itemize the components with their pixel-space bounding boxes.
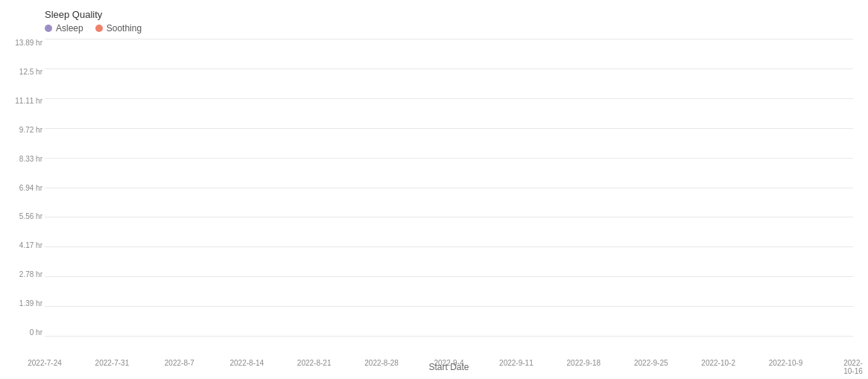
y-label: 12.5 hr	[4, 69, 42, 76]
chart-title: Sleep Quality	[45, 9, 853, 20]
y-label: 4.17 hr	[4, 242, 42, 249]
chart-container: Sleep Quality Asleep Soothing 0 hr1.39 h…	[0, 0, 868, 379]
asleep-label: Asleep	[56, 23, 83, 34]
y-label: 11.11 hr	[4, 98, 42, 105]
soothing-dot	[95, 25, 103, 32]
y-label: 8.33 hr	[4, 156, 42, 163]
y-label: 5.56 hr	[4, 213, 42, 220]
x-axis-title: Start Date	[45, 362, 853, 372]
y-label: 1.39 hr	[4, 300, 42, 308]
y-axis: 0 hr1.39 hr2.78 hr4.17 hr5.56 hr6.94 hr8…	[4, 39, 42, 337]
bars-area	[45, 39, 853, 337]
y-label: 13.89 hr	[4, 39, 42, 47]
legend-soothing: Soothing	[95, 23, 142, 34]
legend: Asleep Soothing	[45, 23, 853, 34]
soothing-label: Soothing	[107, 23, 142, 34]
y-label: 0 hr	[4, 329, 42, 337]
asleep-dot	[45, 25, 52, 32]
chart-area: 0 hr1.39 hr2.78 hr4.17 hr5.56 hr6.94 hr8…	[45, 39, 853, 337]
y-label: 6.94 hr	[4, 185, 42, 192]
y-label: 2.78 hr	[4, 271, 42, 278]
legend-asleep: Asleep	[45, 23, 83, 34]
y-label: 9.72 hr	[4, 127, 42, 134]
